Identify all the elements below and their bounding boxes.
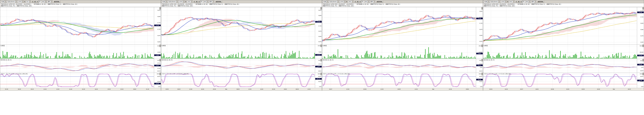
mode-select[interactable]: 通常 ▼ [370,0,375,3]
macd-canvas[interactable] [161,59,315,73]
time-axis-label: 23:20 [118,89,125,90]
toolbar: 先物 ▼ 日経225mini ▼ 12/03 ▼ 足 15分 ▼ 日週月分 50… [161,0,322,3]
scroll-up-icon[interactable]: ▲ [481,7,483,8]
scroll-up-icon[interactable]: ▲ [159,59,161,60]
scroll-down-icon[interactable]: ▼ [481,74,483,75]
scroll-down-icon[interactable]: ▼ [642,46,644,47]
price-chart-canvas[interactable] [161,7,315,45]
period-button-day[interactable]: 日 [354,0,356,3]
market-select[interactable]: 先物 ▼ [484,0,489,3]
contract-select[interactable]: 12/03 ▼ [340,0,346,3]
stochastics-canvas[interactable] [161,73,315,88]
scroll-down-icon[interactable]: ▼ [642,74,644,75]
scroll-down-icon[interactable]: ▼ [481,46,483,47]
scroll-down-icon[interactable]: ▼ [481,60,483,61]
mode-select[interactable]: 通常 ▼ [47,0,52,3]
time-axis-label: 02/29 [164,89,170,90]
mode-select[interactable]: 通常 ▼ [209,0,214,3]
period-button-month[interactable]: 月 [359,0,361,3]
scroll-down-icon[interactable]: ▼ [159,46,161,47]
period-button-day[interactable]: 日 [31,0,34,3]
period-button-day[interactable]: 日 [515,0,518,3]
symbol-select[interactable]: 日経225mini ▼ [328,0,339,3]
symbol-select[interactable]: 日経225mini ▼ [168,0,178,3]
market-select[interactable]: 先物 ▼ [0,0,6,3]
volume-canvas[interactable] [322,45,476,59]
stochastics-canvas[interactable] [483,73,637,88]
chart-panel: 先物 ▼ 日経225mini ▼ 12/03 ▼ 足 5分 ▼ 日週月分 500… [0,0,161,91]
period-button-minute[interactable]: 分 [522,0,525,3]
scroll-down-icon[interactable]: ▼ [159,60,161,61]
scroll-down-icon[interactable]: ▼ [642,60,644,61]
scroll-up-icon[interactable]: ▲ [159,73,161,74]
scroll-up-icon[interactable]: ▲ [320,73,322,74]
macd-canvas[interactable] [322,59,476,73]
timeframe-select[interactable]: 60分 ▼ [509,0,514,3]
scroll-up-icon[interactable]: ▲ [159,45,161,46]
contract-select[interactable]: 12/03 ▼ [178,0,185,3]
scroll-down-icon[interactable]: ▼ [481,8,483,9]
period-button-week[interactable]: 週 [356,0,359,3]
period-button-month[interactable]: 月 [36,0,38,3]
period-button-minute[interactable]: 分 [361,0,364,3]
period-button-day[interactable]: 日 [193,0,196,3]
scroll-down-icon[interactable]: ▼ [159,74,161,75]
scroll-down-icon[interactable]: ▼ [320,60,322,61]
scroll-down-icon[interactable]: ▼ [320,46,322,47]
market-select[interactable]: 先物 ▼ [322,0,328,3]
axis-tick: 0.00 [641,67,644,68]
volume-canvas[interactable] [483,45,637,59]
market-select[interactable]: 先物 ▼ [162,0,167,3]
period-button-minute[interactable]: 分 [38,0,41,3]
timeframe-select[interactable]: 30分 ▼ [348,0,354,3]
scroll-up-icon[interactable]: ▲ [320,59,322,60]
volume-canvas[interactable] [0,45,154,59]
macd-canvas[interactable] [483,59,637,73]
macd-canvas[interactable] [0,59,154,73]
scroll-up-icon[interactable]: ▲ [481,45,483,46]
stochastics-canvas[interactable] [322,73,476,88]
timeframe-select[interactable]: 5分 ▼ [26,0,31,3]
bar-count-select[interactable]: 500 ▼ [42,0,46,3]
history-button[interactable]: 履歴情報 [537,0,544,3]
price-chart-canvas[interactable] [322,7,476,45]
scroll-up-icon[interactable]: ▲ [159,7,161,8]
scroll-up-icon[interactable]: ▲ [481,73,483,74]
price-chart-canvas[interactable] [0,7,154,45]
scroll-down-icon[interactable]: ▼ [320,74,322,75]
toolbar: 先物 ▼ 日経225mini ▼ 12/03 ▼ 足 5分 ▼ 日週月分 500… [0,0,161,3]
symbol-select[interactable]: 日経225mini ▼ [490,0,500,3]
history-button[interactable]: 履歴情報 [53,0,60,3]
symbol-select[interactable]: 日経225mini ▼ [6,0,17,3]
history-button[interactable]: 履歴情報 [376,0,383,3]
toolbar: 先物 ▼ 日経225mini ▼ 12/03 ▼ 足 30分 ▼ 日週月分 50… [322,0,483,3]
volume-canvas[interactable] [161,45,315,59]
price-chart-canvas[interactable] [483,7,637,45]
bar-count-select[interactable]: 500 ▼ [364,0,369,3]
contract-select[interactable]: 12/03 ▼ [18,0,24,3]
scroll-up-icon[interactable]: ▲ [481,59,483,60]
bar-count-select[interactable]: 500 ▼ [525,0,530,3]
scroll-down-icon[interactable]: ▼ [159,8,161,9]
scroll-up-icon[interactable]: ▲ [642,45,644,46]
stochastics-canvas[interactable] [0,73,154,88]
scroll-down-icon[interactable]: ▼ [642,8,644,9]
period-button-week[interactable]: 週 [196,0,198,3]
history-button[interactable]: 履歴情報 [215,0,222,3]
period-button-month[interactable]: 月 [198,0,200,3]
timeframe-select[interactable]: 15分 ▼ [187,0,192,3]
scroll-up-icon[interactable]: ▲ [642,59,644,60]
scroll-up-icon[interactable]: ▲ [642,7,644,8]
contract-select[interactable]: 12/03 ▼ [500,0,507,3]
time-axis-label: 16:00 [564,89,571,90]
period-button-week[interactable]: 週 [518,0,520,3]
scroll-up-icon[interactable]: ▲ [320,45,322,46]
scroll-up-icon[interactable]: ▲ [642,73,644,74]
scroll-up-icon[interactable]: ▲ [320,7,322,8]
period-button-month[interactable]: 月 [520,0,522,3]
period-button-week[interactable]: 週 [34,0,36,3]
mode-select[interactable]: 通常 ▼ [531,0,536,3]
period-button-minute[interactable]: 分 [200,0,203,3]
bar-count-select[interactable]: 500 ▼ [203,0,208,3]
scroll-down-icon[interactable]: ▼ [320,8,322,9]
